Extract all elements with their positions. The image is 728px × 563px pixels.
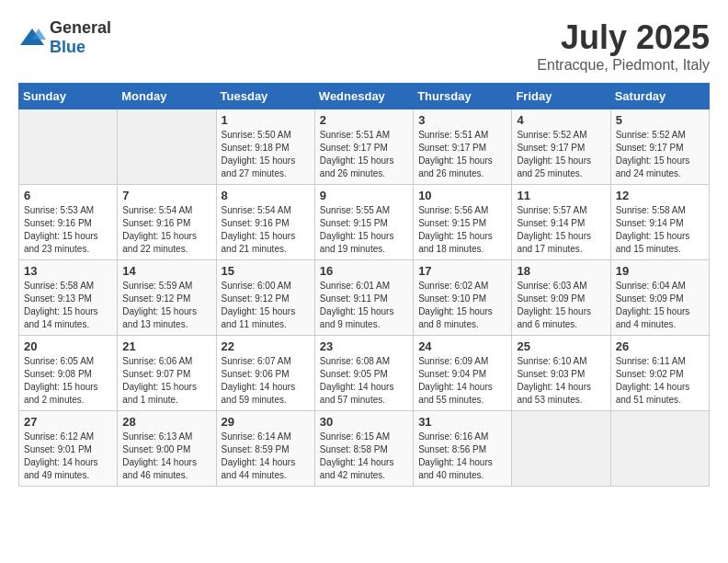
- calendar-cell: 7Sunrise: 5:54 AMSunset: 9:16 PMDaylight…: [118, 185, 216, 260]
- day-info: Sunrise: 5:57 AMSunset: 9:14 PMDaylight:…: [517, 204, 605, 256]
- day-info: Sunrise: 6:11 AMSunset: 9:02 PMDaylight:…: [616, 355, 704, 407]
- calendar-cell: [512, 411, 610, 487]
- day-info: Sunrise: 6:06 AMSunset: 9:07 PMDaylight:…: [122, 355, 210, 407]
- day-info: Sunrise: 5:55 AMSunset: 9:15 PMDaylight:…: [320, 204, 408, 256]
- day-info: Sunrise: 6:04 AMSunset: 9:09 PMDaylight:…: [616, 280, 704, 331]
- day-info: Sunrise: 5:59 AMSunset: 9:12 PMDaylight:…: [122, 280, 210, 331]
- day-number: 19: [616, 264, 704, 278]
- calendar-cell: 25Sunrise: 6:10 AMSunset: 9:03 PMDayligh…: [512, 336, 610, 411]
- calendar-cell: 14Sunrise: 5:59 AMSunset: 9:12 PMDayligh…: [118, 260, 216, 336]
- day-info: Sunrise: 6:12 AMSunset: 9:01 PMDaylight:…: [24, 431, 112, 482]
- calendar-cell: 19Sunrise: 6:04 AMSunset: 9:09 PMDayligh…: [610, 260, 709, 336]
- weekday-header: Sunday: [19, 84, 118, 109]
- day-info: Sunrise: 6:08 AMSunset: 9:05 PMDaylight:…: [320, 355, 408, 407]
- calendar-cell: 28Sunrise: 6:13 AMSunset: 9:00 PMDayligh…: [118, 411, 216, 487]
- day-info: Sunrise: 6:15 AMSunset: 8:58 PMDaylight:…: [320, 431, 408, 482]
- day-number: 22: [222, 339, 310, 353]
- day-number: 23: [320, 339, 408, 353]
- calendar-cell: [610, 411, 709, 487]
- calendar-cell: 3Sunrise: 5:51 AMSunset: 9:17 PMDaylight…: [414, 109, 512, 185]
- calendar-cell: 30Sunrise: 6:15 AMSunset: 8:58 PMDayligh…: [314, 411, 413, 487]
- weekday-header: Saturday: [610, 84, 709, 109]
- day-info: Sunrise: 6:00 AMSunset: 9:12 PMDaylight:…: [222, 280, 310, 331]
- day-number: 16: [320, 264, 408, 278]
- calendar-cell: 21Sunrise: 6:06 AMSunset: 9:07 PMDayligh…: [118, 336, 216, 411]
- calendar-cell: 9Sunrise: 5:55 AMSunset: 9:15 PMDaylight…: [314, 185, 413, 260]
- calendar-cell: 11Sunrise: 5:57 AMSunset: 9:14 PMDayligh…: [512, 185, 610, 260]
- title-block: July 2025 Entracque, Piedmont, Italy: [537, 18, 710, 74]
- day-info: Sunrise: 6:09 AMSunset: 9:04 PMDaylight:…: [418, 355, 506, 407]
- day-info: Sunrise: 5:51 AMSunset: 9:17 PMDaylight:…: [320, 129, 408, 180]
- day-number: 31: [418, 415, 506, 429]
- day-number: 15: [222, 264, 310, 278]
- day-info: Sunrise: 6:14 AMSunset: 8:59 PMDaylight:…: [222, 431, 310, 482]
- day-number: 5: [616, 113, 704, 127]
- day-info: Sunrise: 6:03 AMSunset: 9:09 PMDaylight:…: [517, 280, 605, 331]
- weekday-header-row: SundayMondayTuesdayWednesdayThursdayFrid…: [19, 84, 710, 109]
- weekday-header: Friday: [512, 84, 610, 109]
- day-number: 26: [616, 339, 704, 353]
- day-info: Sunrise: 6:10 AMSunset: 9:03 PMDaylight:…: [517, 355, 605, 407]
- day-number: 6: [24, 189, 112, 202]
- day-number: 8: [222, 189, 310, 202]
- calendar-cell: 13Sunrise: 5:58 AMSunset: 9:13 PMDayligh…: [19, 260, 118, 336]
- day-number: 24: [418, 339, 506, 353]
- weekday-header: Tuesday: [216, 84, 314, 109]
- calendar-table: SundayMondayTuesdayWednesdayThursdayFrid…: [18, 83, 710, 487]
- calendar-cell: 1Sunrise: 5:50 AMSunset: 9:18 PMDaylight…: [216, 109, 314, 185]
- day-info: Sunrise: 6:07 AMSunset: 9:06 PMDaylight:…: [222, 355, 310, 407]
- day-number: 11: [517, 189, 605, 202]
- calendar-week-row: 20Sunrise: 6:05 AMSunset: 9:08 PMDayligh…: [19, 336, 710, 411]
- logo-general: General: [50, 18, 111, 37]
- day-number: 17: [418, 264, 506, 278]
- calendar-week-row: 1Sunrise: 5:50 AMSunset: 9:18 PMDaylight…: [19, 109, 710, 185]
- weekday-header: Wednesday: [314, 84, 413, 109]
- day-number: 9: [320, 189, 408, 202]
- logo-blue: Blue: [50, 38, 85, 56]
- calendar-cell: 12Sunrise: 5:58 AMSunset: 9:14 PMDayligh…: [610, 185, 709, 260]
- calendar-cell: 4Sunrise: 5:52 AMSunset: 9:17 PMDaylight…: [512, 109, 610, 185]
- calendar-cell: 31Sunrise: 6:16 AMSunset: 8:56 PMDayligh…: [414, 411, 512, 487]
- page-header: General Blue July 2025 Entracque, Piedmo…: [18, 18, 710, 74]
- day-info: Sunrise: 5:51 AMSunset: 9:17 PMDaylight:…: [418, 129, 506, 180]
- calendar-cell: 18Sunrise: 6:03 AMSunset: 9:09 PMDayligh…: [512, 260, 610, 336]
- day-number: 3: [418, 113, 506, 127]
- day-info: Sunrise: 5:58 AMSunset: 9:14 PMDaylight:…: [616, 204, 704, 256]
- day-info: Sunrise: 6:13 AMSunset: 9:00 PMDaylight:…: [122, 431, 210, 482]
- day-number: 2: [320, 113, 408, 127]
- day-number: 21: [122, 339, 210, 353]
- logo-icon: [18, 27, 46, 49]
- day-number: 13: [24, 264, 112, 278]
- day-number: 28: [122, 415, 210, 429]
- day-info: Sunrise: 5:50 AMSunset: 9:18 PMDaylight:…: [222, 129, 310, 180]
- calendar-cell: 20Sunrise: 6:05 AMSunset: 9:08 PMDayligh…: [19, 336, 118, 411]
- day-info: Sunrise: 6:02 AMSunset: 9:10 PMDaylight:…: [418, 280, 506, 331]
- calendar-cell: 27Sunrise: 6:12 AMSunset: 9:01 PMDayligh…: [19, 411, 118, 487]
- day-number: 25: [517, 339, 605, 353]
- month-title: July 2025: [537, 18, 710, 57]
- calendar-cell: 15Sunrise: 6:00 AMSunset: 9:12 PMDayligh…: [216, 260, 314, 336]
- calendar-cell: 5Sunrise: 5:52 AMSunset: 9:17 PMDaylight…: [610, 109, 709, 185]
- calendar-cell: 8Sunrise: 5:54 AMSunset: 9:16 PMDaylight…: [216, 185, 314, 260]
- calendar-week-row: 13Sunrise: 5:58 AMSunset: 9:13 PMDayligh…: [19, 260, 710, 336]
- calendar-cell: 23Sunrise: 6:08 AMSunset: 9:05 PMDayligh…: [314, 336, 413, 411]
- day-info: Sunrise: 5:52 AMSunset: 9:17 PMDaylight:…: [517, 129, 605, 180]
- weekday-header: Monday: [118, 84, 216, 109]
- day-number: 12: [616, 189, 704, 202]
- day-info: Sunrise: 6:05 AMSunset: 9:08 PMDaylight:…: [24, 355, 112, 407]
- calendar-cell: 6Sunrise: 5:53 AMSunset: 9:16 PMDaylight…: [19, 185, 118, 260]
- day-info: Sunrise: 5:56 AMSunset: 9:15 PMDaylight:…: [418, 204, 506, 256]
- day-number: 7: [122, 189, 210, 202]
- calendar-week-row: 6Sunrise: 5:53 AMSunset: 9:16 PMDaylight…: [19, 185, 710, 260]
- calendar-cell: [118, 109, 216, 185]
- day-info: Sunrise: 5:54 AMSunset: 9:16 PMDaylight:…: [222, 204, 310, 256]
- day-number: 27: [24, 415, 112, 429]
- calendar-cell: 26Sunrise: 6:11 AMSunset: 9:02 PMDayligh…: [610, 336, 709, 411]
- calendar-cell: 2Sunrise: 5:51 AMSunset: 9:17 PMDaylight…: [314, 109, 413, 185]
- day-info: Sunrise: 5:54 AMSunset: 9:16 PMDaylight:…: [122, 204, 210, 256]
- calendar-cell: 24Sunrise: 6:09 AMSunset: 9:04 PMDayligh…: [414, 336, 512, 411]
- calendar-cell: [19, 109, 118, 185]
- weekday-header: Thursday: [414, 84, 512, 109]
- day-info: Sunrise: 5:52 AMSunset: 9:17 PMDaylight:…: [616, 129, 704, 180]
- day-info: Sunrise: 6:01 AMSunset: 9:11 PMDaylight:…: [320, 280, 408, 331]
